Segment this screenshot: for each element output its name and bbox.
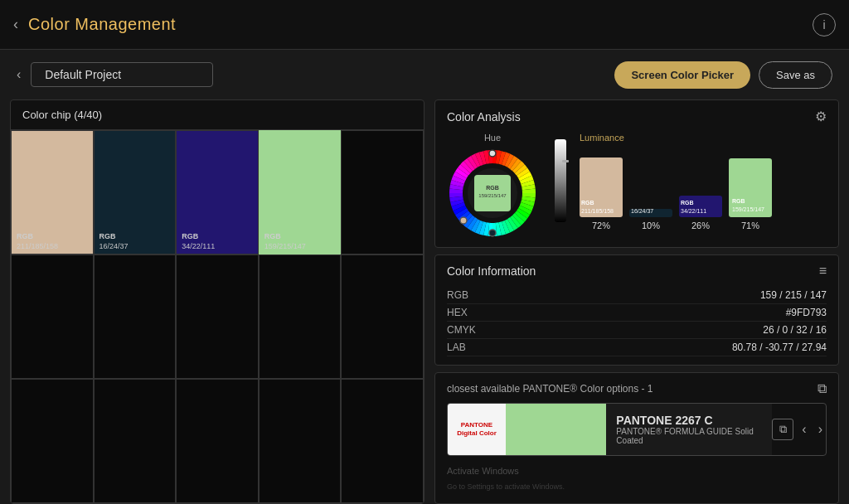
chip-cell[interactable] [11,254,94,379]
analysis-content: Hue [447,133,827,239]
chip-cell[interactable]: RGB34/22/111 [176,130,259,254]
activate-windows-text: Activate Windows [447,466,519,476]
luminance-bar-label: RGB [732,198,745,204]
color-info-filter-icon[interactable]: ≡ [819,264,827,279]
chip-cell[interactable]: RGB159/215/147 [259,130,342,254]
luminance-strip-container [551,133,566,239]
svg-point-7 [489,230,496,236]
color-info-title: Color Information [447,264,536,278]
main-content: Color chip (4/40) RGB211/185/158RGB16/24… [0,99,849,504]
chip-cell[interactable] [341,130,424,254]
info-value: #9FD793 [786,307,827,318]
info-key: CMYK [447,324,476,336]
info-row: CMYK26 / 0 / 32 / 16 [447,322,827,339]
right-panel: Color Analysis ⚙ Hue [434,99,839,504]
chip-label: RGB [99,232,171,242]
hue-label: Hue [484,133,501,143]
app-title: Color Management [28,15,176,34]
pantone-next-button[interactable]: › [815,422,826,437]
chip-cell[interactable] [341,379,424,503]
pantone-name: PANTONE 2267 C [616,414,762,427]
pantone-title: closest available PANTONE® Color options… [447,383,653,395]
luminance-bar-label: RGB [581,200,594,206]
info-value: 80.78 / -30.77 / 27.94 [732,342,827,353]
pantone-header: closest available PANTONE® Color options… [447,381,827,396]
chip-cell[interactable] [176,379,259,503]
luminance-color-box[interactable]: RGB16/24/37 [629,209,672,217]
color-chip-header: Color chip (4/40) [11,100,424,130]
luminance-color-box[interactable]: RGB34/22/111 [679,196,722,217]
color-chip-title: Color chip [22,109,71,121]
pantone-logo-text: PANTONE [461,421,492,429]
toolbar-actions: Screen Color Picker Save as [614,61,832,89]
color-information-panel: Color Information ≡ RGB159 / 215 / 147HE… [434,254,839,366]
chip-cell[interactable] [176,254,259,379]
info-key: HEX [447,307,468,318]
chip-cell[interactable]: RGB16/24/37 [94,130,177,254]
chip-cell[interactable]: RGB211/185/158 [11,130,94,254]
chip-cell[interactable] [94,254,177,379]
pantone-info: PANTONE 2267 C PANTONE® FORMULA GUIDE So… [606,404,772,455]
chip-cell[interactable] [11,379,94,503]
chip-cell[interactable] [259,254,342,379]
pantone-section: closest available PANTONE® Color options… [434,372,839,504]
activate-windows-subtext: Go to Settings to activate Windows. [447,482,565,491]
color-wheel-svg: RGB 159/215/147 [447,148,538,239]
strip-indicator [562,160,569,162]
pantone-copy-button[interactable]: ⧉ [772,419,793,440]
chip-value: 211/185/158 [17,242,88,250]
luminance-color-box[interactable]: RGB211/185/158 [580,158,623,217]
luminance-color-box[interactable]: RGB159/215/147 [729,158,772,217]
info-button[interactable]: i [813,13,836,36]
color-analysis-header: Color Analysis ⚙ [447,109,827,124]
pantone-formula: PANTONE® FORMULA GUIDE Solid [616,427,762,436]
project-name-input[interactable] [31,62,213,87]
luminance-percentage: 72% [592,220,610,230]
toolbar: ‹ Screen Color Picker Save as [0,50,849,99]
luminance-percentage: 10% [642,220,660,230]
screen-color-picker-button[interactable]: Screen Color Picker [614,61,750,89]
app-header: ‹ Color Management i [0,0,849,50]
chip-label: RGB [182,232,253,242]
luminance-percentage: 71% [741,220,759,230]
luminance-bar-item: RGB159/215/14771% [729,158,772,230]
pantone-logo-subtext: Digital Color [457,429,497,438]
activate-windows-container: Activate Windows Go to Settings to activ… [447,463,827,492]
luminance-section: Luminance RGB211/185/15872%RGB16/24/3710… [580,133,827,239]
luminance-bar-item: RGB211/185/15872% [580,158,623,230]
info-row: HEX#9FD793 [447,304,827,322]
color-chip-count: (4/40) [74,109,102,121]
luminance-bar-item: RGB34/22/11126% [679,196,722,230]
chip-cell[interactable] [94,379,177,503]
header-back-icon[interactable]: ‹ [13,16,18,33]
pantone-logo: PANTONE Digital Color [448,404,506,455]
svg-text:159/215/147: 159/215/147 [478,193,507,198]
svg-point-6 [460,217,467,224]
chip-cell[interactable] [259,379,342,503]
luminance-bars: RGB211/185/15872%RGB16/24/3710%RGB34/22/… [580,148,772,230]
pantone-prev-button[interactable]: ‹ [798,422,809,437]
pantone-swatch [506,404,606,455]
svg-point-5 [489,150,496,157]
hue-section: Hue [447,133,538,239]
chip-cell[interactable] [341,254,424,379]
luminance-strip [555,139,566,222]
luminance-percentage: 26% [691,220,710,230]
color-chip-grid: RGB211/185/158RGB16/24/37RGB34/22/111RGB… [11,130,424,503]
info-value: 159 / 215 / 147 [760,289,827,301]
chip-value: 16/24/37 [99,242,171,250]
chip-value: 159/215/147 [264,242,336,250]
luminance-bar-value: 211/185/158 [581,208,614,214]
luminance-bar-item: RGB16/24/3710% [629,209,672,230]
filter-icon[interactable]: ⚙ [815,109,827,124]
save-as-button[interactable]: Save as [759,61,832,89]
pantone-copy-icon[interactable]: ⧉ [817,381,827,396]
chip-value: 34/22/111 [182,242,253,250]
info-key: RGB [447,289,468,301]
color-chip-panel: Color chip (4/40) RGB211/185/158RGB16/24… [10,99,424,504]
color-info-header: Color Information ≡ [447,264,827,279]
color-info-rows: RGB159 / 215 / 147HEX#9FD793CMYK26 / 0 /… [447,287,827,356]
toolbar-back-icon[interactable]: ‹ [17,67,21,82]
chip-label: RGB [17,232,88,242]
luminance-label: Luminance [580,133,624,143]
